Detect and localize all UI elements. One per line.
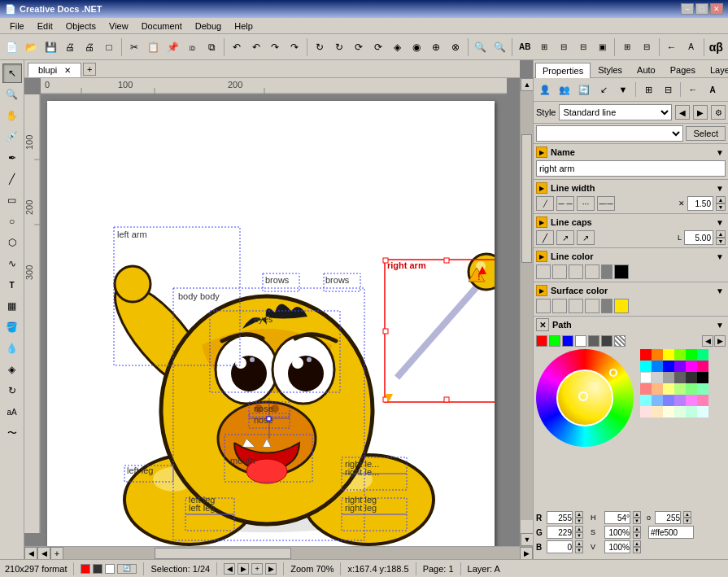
panel-user-btn[interactable]: 👤 — [536, 81, 554, 98]
tb23-button[interactable]: ⊗ — [447, 37, 464, 57]
sb-add-btn[interactable]: + — [251, 563, 263, 575]
lw-solid-btn[interactable]: ╱ — [536, 196, 554, 211]
g-down-btn[interactable]: ▼ — [575, 532, 583, 539]
pc-r3c2[interactable] — [652, 372, 663, 383]
undo-button[interactable]: ↶ — [228, 37, 246, 57]
panel-arrow-btn[interactable]: ↙ — [595, 81, 612, 98]
text2-tool[interactable]: aA — [2, 402, 22, 422]
tab-layers[interactable]: Layers — [703, 62, 728, 77]
tb21-button[interactable]: ◉ — [408, 37, 425, 57]
redo-button[interactable]: ↷ — [267, 37, 285, 57]
line-tool[interactable]: ╱ — [2, 169, 22, 189]
pc-r1c6[interactable] — [697, 349, 708, 361]
pc-r2c4[interactable] — [674, 361, 686, 372]
v-down-btn[interactable]: ▼ — [633, 547, 641, 553]
tab-auto[interactable]: Auto — [630, 62, 663, 77]
pc-r1c1[interactable] — [640, 349, 652, 361]
pc-r5c1[interactable] — [640, 395, 652, 406]
tab-styles[interactable]: Styles — [591, 62, 630, 77]
g-up-btn[interactable]: ▲ — [575, 526, 583, 532]
lcol-picker-btn[interactable] — [601, 264, 612, 279]
ct-green-btn[interactable] — [549, 335, 560, 347]
pc-r1c3[interactable] — [663, 349, 674, 361]
s-input[interactable] — [604, 526, 630, 539]
pc-r1c2[interactable] — [652, 349, 663, 361]
zoom-tool[interactable]: 🔍 — [2, 85, 22, 104]
lc-arrow1-btn[interactable]: ↗ — [556, 230, 574, 245]
b-input[interactable] — [547, 540, 573, 553]
tb-text3[interactable]: ⊟ — [555, 37, 573, 57]
scol-current[interactable] — [614, 299, 629, 313]
panel-grid2-btn[interactable]: ⊟ — [659, 81, 677, 98]
pc-r2c2[interactable] — [652, 361, 663, 372]
hscroll-track[interactable] — [63, 547, 520, 560]
copy-button[interactable]: 📋 — [145, 37, 163, 57]
pen-tool[interactable]: ✒ — [2, 148, 22, 168]
pc-r5c5[interactable] — [686, 395, 697, 406]
text-tool[interactable]: T — [2, 275, 22, 295]
print-button[interactable]: 🖨 — [61, 37, 79, 57]
minimize-button[interactable]: − — [681, 3, 694, 15]
fill-tool[interactable]: 🪣 — [2, 317, 22, 337]
pc-r5c4[interactable] — [674, 395, 686, 406]
pc-r6c5[interactable] — [686, 406, 697, 417]
tb-text2[interactable]: ⊞ — [535, 37, 553, 57]
lw-dash2-btn[interactable]: ··· — [577, 196, 595, 211]
pc-r6c1[interactable] — [640, 406, 652, 417]
g-input[interactable] — [547, 526, 573, 539]
tb-insert[interactable]: A — [682, 37, 700, 57]
pc-r4c1[interactable] — [640, 383, 652, 395]
print2-button[interactable]: 🖨 — [81, 37, 98, 57]
path-expand-btn[interactable]: ▼ — [714, 319, 726, 330]
name-expand-btn[interactable]: ▼ — [714, 146, 726, 158]
s-up-btn[interactable]: ▲ — [633, 526, 641, 532]
pc-r3c3[interactable] — [663, 372, 674, 383]
pc-r5c3[interactable] — [663, 395, 674, 406]
pc-r6c3[interactable] — [663, 406, 674, 417]
tb-grid[interactable]: ⊞ — [618, 37, 636, 57]
panel-text-btn[interactable]: A — [704, 81, 721, 98]
close-button[interactable]: ✕ — [710, 3, 723, 15]
lc-up-btn[interactable]: ▲ — [716, 230, 726, 238]
add-page-button[interactable]: + — [50, 547, 63, 560]
b-up-btn[interactable]: ▲ — [575, 540, 583, 547]
horizontal-scrollbar[interactable]: ◀ ◀ + ▶ — [24, 546, 533, 559]
new-button[interactable]: 📄 — [3, 37, 21, 57]
pc-r6c4[interactable] — [674, 406, 686, 417]
name-input[interactable]: right arm — [536, 160, 726, 177]
panel-left-btn[interactable]: ← — [684, 81, 702, 98]
lcol-expand-btn[interactable]: ▼ — [714, 251, 726, 262]
pc-r4c2[interactable] — [652, 383, 663, 395]
lc-expand-btn[interactable]: ▼ — [714, 216, 726, 228]
ct-blue-btn[interactable] — [562, 335, 573, 347]
pc-r3c4[interactable] — [674, 372, 686, 383]
undo2-button[interactable]: ↶ — [247, 37, 265, 57]
menu-view[interactable]: View — [102, 20, 135, 33]
pc-r1c5[interactable] — [686, 349, 697, 361]
scol-picker-btn[interactable] — [601, 299, 612, 313]
path-close-btn[interactable]: ✕ — [536, 318, 549, 331]
tb10-button[interactable]: ⎄ — [183, 37, 201, 57]
color-wheel[interactable] — [536, 349, 634, 447]
polygon-tool[interactable]: ⬡ — [2, 233, 22, 252]
ellipse-tool[interactable]: ○ — [2, 212, 22, 231]
style-settings-btn[interactable]: ⚙ — [711, 105, 726, 120]
pc-r3c1[interactable] — [640, 372, 652, 383]
cw-left-btn[interactable]: ◀ — [702, 335, 713, 347]
style-select[interactable]: Standard line Custom Dashed — [559, 104, 672, 120]
h-down-btn[interactable]: ▼ — [633, 518, 641, 524]
add-tab-button[interactable]: + — [83, 63, 96, 76]
tb-text1[interactable]: AB — [516, 37, 534, 57]
menu-file[interactable]: File — [3, 20, 31, 33]
open-button[interactable]: 📂 — [23, 37, 41, 57]
r-input[interactable] — [547, 511, 573, 524]
ct-dark-btn[interactable] — [601, 335, 612, 347]
v-up-btn[interactable]: ▲ — [633, 540, 641, 547]
filter-select[interactable] — [536, 125, 683, 142]
select-tool[interactable]: ↖ — [2, 63, 22, 83]
ct-white-btn[interactable] — [575, 335, 586, 347]
panel-down-btn[interactable]: ▼ — [614, 81, 632, 98]
scol-swatch2[interactable] — [552, 299, 567, 313]
pc-r4c6[interactable] — [697, 383, 708, 395]
tb-alpha[interactable]: αβ — [707, 37, 725, 57]
